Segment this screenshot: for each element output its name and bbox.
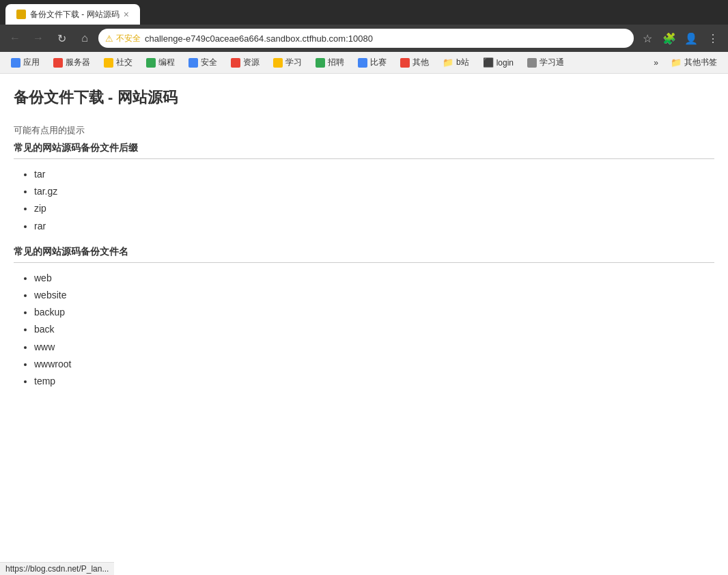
address-bar-row: ← → ↻ ⌂ ⚠ 不安全 challenge-e749c0aceae6a664… — [0, 25, 728, 52]
bookmark-social-label: 社交 — [116, 57, 132, 68]
bookmark-server-icon — [53, 58, 63, 68]
bookmark-apps-icon — [11, 58, 20, 68]
warning-icon: ⚠ — [105, 33, 113, 44]
bookmark-server[interactable]: 服务器 — [48, 55, 96, 70]
bookmark-other-books[interactable]: 📁 其他书签 — [665, 55, 723, 70]
bookmark-login-icon: ⬛ — [483, 57, 494, 68]
bookmark-study[interactable]: 学习通 — [522, 55, 570, 70]
bookmark-other-icon — [400, 58, 410, 68]
list-item: www — [34, 339, 714, 356]
bookmark-bsite-folder-icon: 📁 — [443, 57, 453, 68]
bookmarks-more-button[interactable]: » — [649, 56, 662, 70]
list-item: temp — [34, 373, 714, 390]
bookmark-other-books-label: 其他书签 — [684, 57, 717, 68]
bookmark-login-label: login — [496, 58, 514, 68]
home-button[interactable]: ⌂ — [75, 29, 94, 48]
bookmark-recruit[interactable]: 招聘 — [310, 55, 350, 70]
bookmark-code[interactable]: 编程 — [141, 55, 180, 70]
bookmark-learn-label: 学习 — [285, 57, 302, 68]
list-item: tar — [34, 166, 714, 183]
address-bar-actions: ☆ 🧩 👤 ⋮ — [638, 29, 723, 48]
bookmark-recruit-label: 招聘 — [328, 57, 344, 68]
bookmark-contest-icon — [358, 58, 367, 68]
bookmark-resource-label: 资源 — [243, 57, 260, 68]
bookmark-code-icon — [146, 58, 156, 68]
browser-chrome: 备份文件下载 - 网站源码 × ← → ↻ ⌂ ⚠ 不安全 challenge-… — [0, 0, 728, 552]
bookmarks-bar: 应用 服务器 社交 编程 安全 资源 学习 招聘 — [0, 52, 728, 74]
page-title: 备份文件下载 - 网站源码 — [14, 87, 714, 111]
bookmark-study-icon — [527, 58, 537, 68]
bookmark-contest-label: 比赛 — [370, 57, 387, 68]
tab-bar: 备份文件下载 - 网站源码 × — [0, 0, 728, 25]
bookmark-security-label: 安全 — [201, 57, 217, 68]
bookmark-bsite[interactable]: 📁 b站 — [437, 55, 475, 70]
bookmark-security-icon — [188, 58, 198, 68]
section-filenames-title: 常见的网站源码备份文件名 — [14, 246, 714, 258]
section-suffixes: 常见的网站源码备份文件后缀 tar tar.gz zip rar — [14, 142, 714, 235]
more-bookmarks-icon: » — [654, 58, 658, 68]
list-item: backup — [34, 304, 714, 321]
menu-button[interactable]: ⋮ — [703, 29, 723, 48]
list-item: back — [34, 321, 714, 338]
tab-close-button[interactable]: × — [124, 9, 129, 20]
bookmark-contest[interactable]: 比赛 — [352, 55, 392, 70]
list-item: rar — [34, 218, 714, 235]
bookmark-social-icon — [104, 58, 113, 68]
bookmark-bsite-label: b站 — [456, 57, 469, 68]
bookmark-apps-label: 应用 — [23, 57, 40, 68]
tab-title: 备份文件下载 - 网站源码 — [30, 9, 120, 20]
back-button[interactable]: ← — [5, 29, 25, 48]
list-item: web — [34, 270, 714, 287]
page-content: 备份文件下载 - 网站源码 可能有点用的提示 常见的网站源码备份文件后缀 tar… — [0, 74, 728, 552]
list-item: tar.gz — [34, 183, 714, 200]
list-item: wwwroot — [34, 356, 714, 373]
list-item: website — [34, 287, 714, 304]
bookmark-resource-icon — [231, 58, 240, 68]
list-item: zip — [34, 200, 714, 217]
star-button[interactable]: ☆ — [638, 29, 657, 48]
bookmark-resource[interactable]: 资源 — [225, 55, 265, 70]
insecure-label: 不安全 — [116, 33, 141, 44]
insecure-badge: ⚠ 不安全 — [105, 33, 141, 44]
bookmark-other-books-icon: 📁 — [671, 57, 682, 68]
bookmark-other-label: 其他 — [412, 57, 429, 68]
tab-favicon — [16, 10, 26, 19]
bookmark-study-label: 学习通 — [540, 57, 564, 68]
active-tab[interactable]: 备份文件下载 - 网站源码 × — [5, 4, 140, 25]
profile-button[interactable]: 👤 — [682, 29, 701, 48]
bookmark-security[interactable]: 安全 — [183, 55, 223, 70]
section-suffixes-title: 常见的网站源码备份文件后缀 — [14, 142, 714, 154]
bookmark-login[interactable]: ⬛ login — [477, 55, 519, 70]
bookmark-learn-icon — [273, 58, 283, 68]
forward-button[interactable]: → — [29, 29, 48, 48]
bookmark-server-label: 服务器 — [66, 57, 90, 68]
section-divider-2 — [14, 262, 714, 263]
address-bar[interactable]: ⚠ 不安全 challenge-e749c0aceae6a664.sandbox… — [98, 29, 634, 48]
extension-button[interactable]: 🧩 — [660, 29, 679, 48]
hint-text: 可能有点用的提示 — [14, 124, 714, 137]
reload-button[interactable]: ↻ — [52, 29, 71, 48]
url-text: challenge-e749c0aceae6a664.sandbox.ctfhu… — [145, 33, 627, 44]
bookmark-social[interactable]: 社交 — [98, 55, 138, 70]
filenames-list: web website backup back www wwwroot temp — [14, 270, 714, 390]
bookmark-code-label: 编程 — [158, 57, 175, 68]
bookmark-apps[interactable]: 应用 — [5, 55, 45, 70]
bookmark-recruit-icon — [316, 58, 325, 68]
suffixes-list: tar tar.gz zip rar — [14, 166, 714, 235]
bookmark-learn[interactable]: 学习 — [268, 55, 307, 70]
section-divider-1 — [14, 158, 714, 159]
bookmark-other[interactable]: 其他 — [395, 55, 434, 70]
section-filenames: 常见的网站源码备份文件名 web website backup back www… — [14, 246, 714, 390]
